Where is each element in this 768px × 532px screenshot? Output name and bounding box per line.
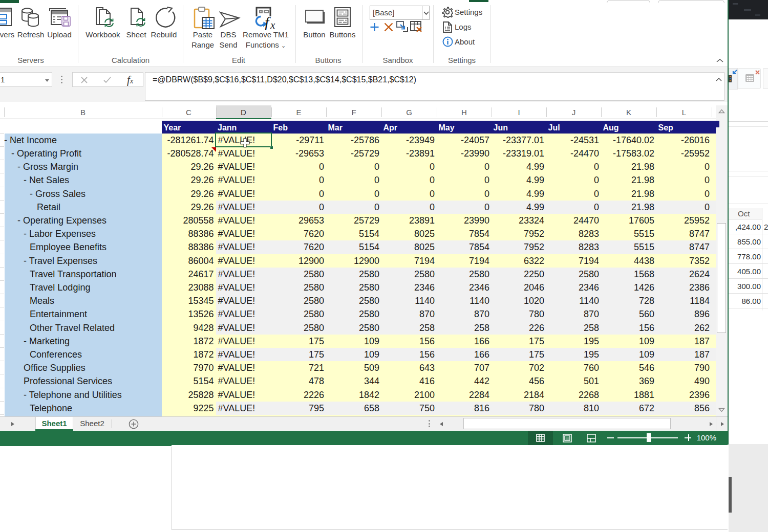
svg-text:x: x: [270, 19, 275, 30]
